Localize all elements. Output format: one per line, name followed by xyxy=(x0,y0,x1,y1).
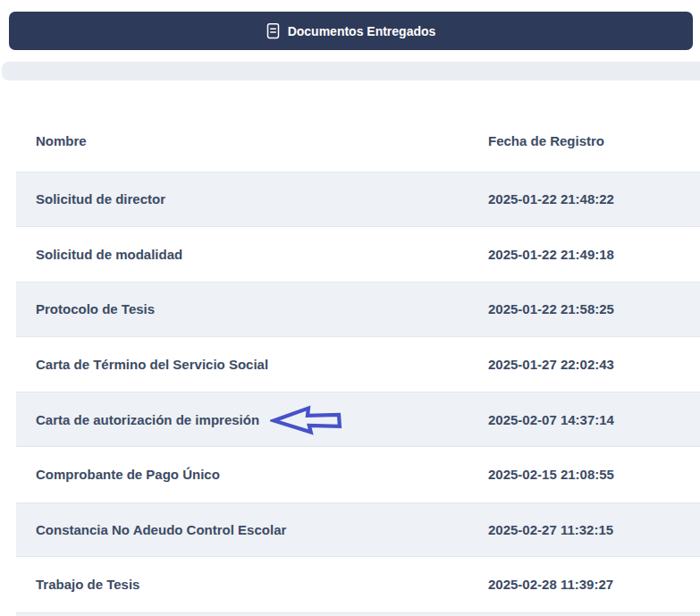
document-name-cell: Carta de autorización de impresión xyxy=(16,404,488,435)
document-date: 2025-01-22 21:48:22 xyxy=(488,191,700,207)
document-name: Solicitud de director xyxy=(36,191,165,207)
document-name: Solicitud de modalidad xyxy=(36,247,182,262)
document-name-cell: Constancia No Adeudo Control Escolar xyxy=(16,522,488,537)
table-row: Carta de autorización de impresión 2025-… xyxy=(16,392,700,447)
annotation-arrow-icon xyxy=(270,404,345,435)
file-text-icon xyxy=(266,22,280,39)
documents-card: Nombre Fecha de Registro Solicitud de di… xyxy=(2,80,700,616)
document-name: Protocolo de Tesis xyxy=(36,301,155,316)
document-name-cell: Trabajo de Tesis xyxy=(16,577,488,592)
table-row: Solicitud de modalidad 2025-01-22 21:49:… xyxy=(16,227,700,283)
document-date: 2025-01-27 22:02:43 xyxy=(488,357,700,372)
document-name: Carta de autorización de impresión xyxy=(36,412,259,427)
document-name-cell: Solicitud de director xyxy=(16,191,488,207)
table-row: Solicitud de director 2025-01-22 21:48:2… xyxy=(16,172,700,227)
column-header-fecha: Fecha de Registro xyxy=(488,133,700,148)
table-row: Protocolo de Tesis 2025-01-22 21:58:25 xyxy=(16,282,700,337)
document-date: 2025-01-22 21:58:25 xyxy=(488,301,700,316)
document-date: 2025-01-22 21:49:18 xyxy=(488,247,700,262)
table-row-partial xyxy=(16,612,700,616)
column-header-nombre: Nombre xyxy=(16,133,488,148)
table-row: Constancia No Adeudo Control Escolar 202… xyxy=(16,502,700,558)
table-row: Trabajo de Tesis 2025-02-28 11:39:27 xyxy=(16,557,700,612)
table-row: Carta de Término del Servicio Social 202… xyxy=(16,337,700,392)
document-name: Comprobante de Pago Único xyxy=(36,467,220,482)
document-name-cell: Carta de Término del Servicio Social xyxy=(16,357,488,372)
document-date: 2025-02-07 14:37:14 xyxy=(488,412,700,427)
document-date: 2025-02-15 21:08:55 xyxy=(488,467,700,482)
document-date: 2025-02-28 11:39:27 xyxy=(488,577,700,592)
documents-table: Nombre Fecha de Registro Solicitud de di… xyxy=(16,109,700,616)
table-body: Solicitud de director 2025-01-22 21:48:2… xyxy=(16,172,700,616)
table-header-row: Nombre Fecha de Registro xyxy=(16,109,700,172)
document-name-cell: Protocolo de Tesis xyxy=(16,301,488,316)
page: Documentos Entregados Nombre Fecha de Re… xyxy=(0,0,700,616)
divider-strip xyxy=(2,62,700,80)
documents-header-bar[interactable]: Documentos Entregados xyxy=(9,12,693,50)
document-date: 2025-02-27 11:32:15 xyxy=(488,522,700,537)
document-name: Constancia No Adeudo Control Escolar xyxy=(36,522,286,537)
document-name-cell: Comprobante de Pago Único xyxy=(16,467,488,482)
header-title: Documentos Entregados xyxy=(288,24,436,38)
table-row: Comprobante de Pago Único 2025-02-15 21:… xyxy=(16,447,700,502)
document-name-cell: Solicitud de modalidad xyxy=(16,247,488,262)
document-name: Trabajo de Tesis xyxy=(36,577,139,592)
document-name: Carta de Término del Servicio Social xyxy=(36,357,268,372)
